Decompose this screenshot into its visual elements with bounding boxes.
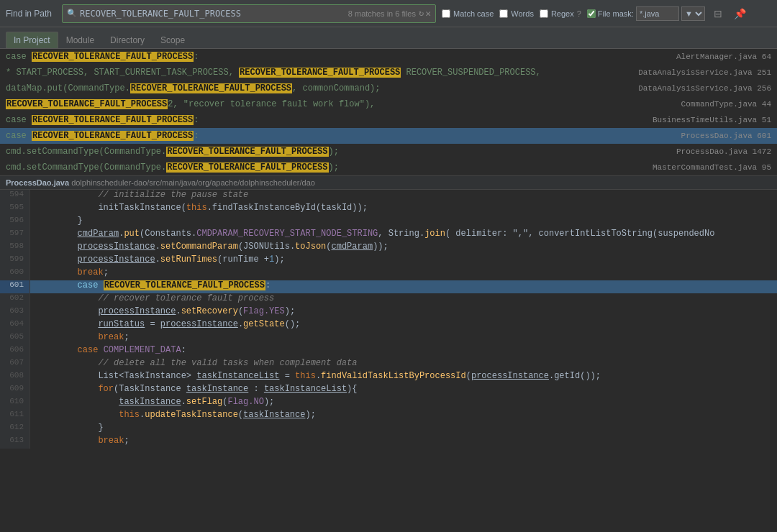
code-line: 602 // recover tolerance fault process bbox=[0, 293, 777, 306]
search-wrapper: 🔍 8 matches in 6 files ↻ ✕ bbox=[62, 4, 436, 23]
words-checkbox[interactable] bbox=[499, 9, 508, 18]
toolbar-title: Find in Path bbox=[6, 9, 52, 19]
line-number: 607 bbox=[0, 358, 30, 371]
code-filepath: dolphinscheduler-dao/src/main/java/org/a… bbox=[71, 178, 315, 187]
line-number: 598 bbox=[0, 242, 30, 254]
code-line: 612 } bbox=[0, 423, 777, 436]
result-file: ProcessDao.java 601 bbox=[681, 132, 771, 140]
result-content: case RECOVER_TOLERANCE_FAULT_PROCESS: bbox=[6, 115, 647, 125]
line-code: // delete all the valid tasks when compl… bbox=[30, 358, 777, 371]
code-filename: ProcessDao.java bbox=[6, 178, 69, 187]
line-number: 608 bbox=[0, 371, 30, 384]
line-number: 596 bbox=[0, 216, 30, 229]
line-number: 606 bbox=[0, 345, 30, 358]
match-case-checkbox[interactable] bbox=[442, 9, 450, 18]
file-mask-input[interactable] bbox=[636, 6, 679, 21]
line-code: runStatus = processInstance.getState(); bbox=[30, 319, 777, 332]
result-row[interactable]: case RECOVER_TOLERANCE_FAULT_PROCESS:Ale… bbox=[0, 49, 777, 65]
line-code: } bbox=[30, 423, 777, 436]
result-content: case RECOVER_TOLERANCE_FAULT_PROCESS: bbox=[6, 52, 671, 62]
line-number: 609 bbox=[0, 384, 30, 397]
code-line: 611 this.updateTaskInstance(taskInstance… bbox=[0, 410, 777, 423]
line-number: 612 bbox=[0, 423, 30, 436]
line-number: 602 bbox=[0, 293, 30, 306]
code-line: 613 break; bbox=[0, 436, 777, 449]
result-content: cmd.setCommandType(CommandType.RECOVER_T… bbox=[6, 162, 647, 173]
code-line: 607 // delete all the valid tasks when c… bbox=[0, 358, 777, 371]
file-mask-group: File mask: ▼ bbox=[587, 6, 705, 21]
line-code: processInstance.setRecovery(Flag.YES); bbox=[30, 306, 777, 319]
line-code: processInstance.setRunTimes(runTime +1); bbox=[30, 254, 777, 267]
match-case-checkbox-group: Match case bbox=[442, 9, 494, 18]
line-number: 594 bbox=[0, 190, 30, 203]
line-code: break; bbox=[30, 436, 777, 449]
result-content: cmd.setCommandType(CommandType.RECOVER_T… bbox=[6, 147, 671, 157]
line-code: processInstance.setCommandParam(JSONUtil… bbox=[30, 242, 777, 254]
result-content: case RECOVER_TOLERANCE_FAULT_PROCESS: bbox=[6, 131, 676, 141]
code-line: 605 break; bbox=[0, 332, 777, 345]
regex-checkbox[interactable] bbox=[540, 9, 548, 18]
pin-button[interactable]: 📌 bbox=[731, 6, 749, 21]
line-number: 611 bbox=[0, 410, 30, 423]
line-number: 597 bbox=[0, 229, 30, 242]
file-mask-checkbox[interactable] bbox=[587, 9, 596, 18]
line-code: } bbox=[30, 216, 777, 229]
code-line: 595 initTaskInstance(this.findTaskInstan… bbox=[0, 203, 777, 216]
result-file: ProcessDao.java 1472 bbox=[676, 147, 771, 156]
line-number: 613 bbox=[0, 436, 30, 449]
tab-scope[interactable]: Scope bbox=[153, 32, 193, 48]
line-number: 604 bbox=[0, 319, 30, 332]
code-line: 594 // initialize the pause state bbox=[0, 190, 777, 203]
line-number: 595 bbox=[0, 203, 30, 216]
words-label: Words bbox=[511, 9, 534, 18]
code-line: 597 cmdParam.put(Constants.CMDPARAM_RECO… bbox=[0, 229, 777, 242]
refresh-icon[interactable]: ↻ bbox=[419, 8, 424, 19]
code-line: 610 taskInstance.setFlag(Flag.NO); bbox=[0, 397, 777, 410]
file-mask-label: File mask: bbox=[598, 9, 634, 18]
tab-in-project[interactable]: In Project bbox=[6, 32, 58, 48]
regex-help-icon[interactable]: ? bbox=[577, 9, 581, 18]
line-number: 600 bbox=[0, 267, 30, 280]
result-row[interactable]: case RECOVER_TOLERANCE_FAULT_PROCESS:Pro… bbox=[0, 128, 777, 144]
tab-module[interactable]: Module bbox=[58, 32, 102, 48]
search-input[interactable] bbox=[80, 9, 345, 19]
code-line: 601 case RECOVER_TOLERANCE_FAULT_PROCESS… bbox=[0, 280, 777, 293]
result-row[interactable]: dataMap.put(CommandType.RECOVER_TOLERANC… bbox=[0, 81, 777, 96]
result-row[interactable]: case RECOVER_TOLERANCE_FAULT_PROCESS:Bus… bbox=[0, 112, 777, 128]
code-line: 598 processInstance.setCommandParam(JSON… bbox=[0, 242, 777, 254]
code-line: 604 runStatus = processInstance.getState… bbox=[0, 319, 777, 332]
line-code: case COMPLEMENT_DATA: bbox=[30, 345, 777, 358]
words-checkbox-group: Words bbox=[499, 9, 534, 18]
code-line: 608 List<TaskInstance> taskInstanceList … bbox=[0, 371, 777, 384]
regex-checkbox-group: Regex ? bbox=[540, 9, 581, 18]
close-icon[interactable]: ✕ bbox=[425, 8, 431, 19]
result-row[interactable]: * START_PROCESS, START_CURRENT_TASK_PROC… bbox=[0, 65, 777, 81]
results-list: case RECOVER_TOLERANCE_FAULT_PROCESS:Ale… bbox=[0, 49, 777, 175]
line-code: break; bbox=[30, 267, 777, 280]
line-code: for(TaskInstance taskInstance : taskInst… bbox=[30, 384, 777, 397]
line-code: cmdParam.put(Constants.CMDPARAM_RECOVERY… bbox=[30, 229, 777, 242]
result-content: RECOVER_TOLERANCE_FAULT_PROCESS2, "recov… bbox=[6, 99, 676, 109]
result-row[interactable]: cmd.setCommandType(CommandType.RECOVER_T… bbox=[0, 160, 777, 175]
result-content: * START_PROCESS, START_CURRENT_TASK_PROC… bbox=[6, 68, 632, 78]
tabs-row: In Project Module Directory Scope bbox=[0, 27, 777, 49]
filter-button[interactable]: ⊟ bbox=[711, 6, 725, 21]
line-code: break; bbox=[30, 332, 777, 345]
code-content[interactable]: 594 // initialize the pause state595 ini… bbox=[0, 190, 777, 449]
code-line: 596 } bbox=[0, 216, 777, 229]
match-count: 8 matches in 6 files bbox=[348, 9, 416, 18]
line-number: 603 bbox=[0, 306, 30, 319]
result-file: DataAnalysisService.java 251 bbox=[638, 68, 771, 77]
line-number: 605 bbox=[0, 332, 30, 345]
result-file: BusinessTimeUtils.java 51 bbox=[653, 116, 771, 124]
result-row[interactable]: cmd.setCommandType(CommandType.RECOVER_T… bbox=[0, 144, 777, 160]
result-content: dataMap.put(CommandType.RECOVER_TOLERANC… bbox=[6, 83, 632, 93]
match-case-label: Match case bbox=[453, 9, 494, 18]
line-code: // initialize the pause state bbox=[30, 190, 777, 203]
line-number: 601 bbox=[0, 280, 30, 293]
line-code: // recover tolerance fault process bbox=[30, 293, 777, 306]
file-mask-dropdown[interactable]: ▼ bbox=[681, 6, 705, 21]
result-row[interactable]: RECOVER_TOLERANCE_FAULT_PROCESS2, "recov… bbox=[0, 96, 777, 112]
tab-directory[interactable]: Directory bbox=[102, 32, 153, 48]
search-icon: 🔍 bbox=[67, 9, 77, 18]
